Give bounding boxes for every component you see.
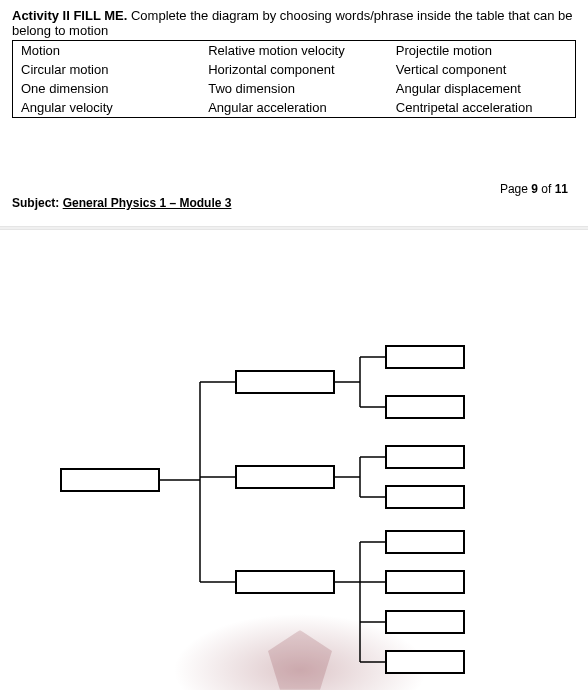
diagram-leaf-box[interactable] [385, 530, 465, 554]
word-cell: Angular acceleration [200, 98, 388, 118]
fill-diagram [0, 290, 588, 690]
page-total: 11 [555, 182, 568, 196]
word-cell: One dimension [13, 79, 201, 98]
diagram-root-box[interactable] [60, 468, 160, 492]
word-cell: Projectile motion [388, 41, 576, 61]
activity-heading: Activity II FILL ME. Complete the diagra… [0, 0, 588, 40]
word-cell: Circular motion [13, 60, 201, 79]
word-cell: Horizontal component [200, 60, 388, 79]
page-current: 9 [531, 182, 538, 196]
diagram-leaf-box[interactable] [385, 650, 465, 674]
subject-link[interactable]: General Physics 1 – Module 3 [63, 196, 232, 210]
page-of: of [538, 182, 555, 196]
page-prefix: Page [500, 182, 531, 196]
diagram-leaf-box[interactable] [385, 345, 465, 369]
diagram-leaf-box[interactable] [385, 570, 465, 594]
table-row: Angular velocity Angular acceleration Ce… [13, 98, 576, 118]
table-row: One dimension Two dimension Angular disp… [13, 79, 576, 98]
word-cell: Motion [13, 41, 201, 61]
diagram-mid-box[interactable] [235, 465, 335, 489]
page-divider [0, 226, 588, 230]
diagram-leaf-box[interactable] [385, 610, 465, 634]
activity-title-bold: Activity II FILL ME. [12, 8, 127, 23]
word-cell: Angular velocity [13, 98, 201, 118]
word-bank-table: Motion Relative motion velocity Projecti… [12, 40, 576, 118]
diagram-leaf-box[interactable] [385, 485, 465, 509]
diagram-mid-box[interactable] [235, 570, 335, 594]
word-cell: Vertical component [388, 60, 576, 79]
subject-label: Subject: [12, 196, 63, 210]
table-row: Motion Relative motion velocity Projecti… [13, 41, 576, 61]
diagram-mid-box[interactable] [235, 370, 335, 394]
word-cell: Centripetal acceleration [388, 98, 576, 118]
table-row: Circular motion Horizontal component Ver… [13, 60, 576, 79]
word-cell: Two dimension [200, 79, 388, 98]
page-number: Page 9 of 11 [0, 122, 588, 196]
subject-line: Subject: General Physics 1 – Module 3 [0, 196, 588, 226]
diagram-leaf-box[interactable] [385, 395, 465, 419]
word-cell: Angular displacement [388, 79, 576, 98]
word-bank-table-wrap: Motion Relative motion velocity Projecti… [0, 40, 588, 122]
diagram-leaf-box[interactable] [385, 445, 465, 469]
word-cell: Relative motion velocity [200, 41, 388, 61]
